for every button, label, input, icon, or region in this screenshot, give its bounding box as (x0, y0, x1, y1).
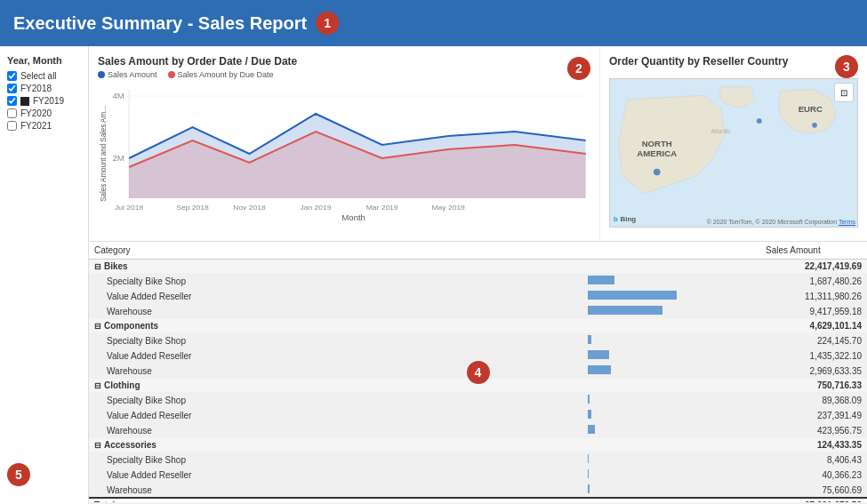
map-visual: ⊡ NORTH AMERICA EURC (609, 78, 858, 228)
sub-name: Warehouse (89, 304, 582, 319)
filter-fy2021[interactable]: FY2021 (7, 121, 81, 131)
table-row-sub: Specialty Bike Shop 8,406.43 (89, 452, 867, 468)
sub-amount: 423,956.75 (760, 423, 867, 438)
table-row-sub: Warehouse 423,956.75 (89, 423, 867, 438)
svg-text:2M: 2M (113, 154, 124, 163)
category-amount: 22,417,419.69 (760, 260, 867, 274)
col-category: Category (89, 242, 582, 260)
category-amount: 750,716.33 (760, 379, 867, 393)
table-row-sub: Specialty Bike Shop 89,368.09 (89, 393, 867, 408)
data-table: Category Sales Amount ⊟Bikes 22,417,419.… (89, 242, 867, 502)
table-row-sub: Warehouse 75,660.69 (89, 483, 867, 499)
map-container: Order Quantity by Reseller Country 3 ⊡ (600, 46, 867, 241)
sub-amount: 237,391.49 (760, 408, 867, 423)
table-row-sub: Specialty Bike Shop 1,687,480.26 (89, 274, 867, 289)
fy2020-checkbox[interactable] (7, 108, 17, 118)
table-row-category: ⊟Accessories 124,433.35 (89, 438, 867, 452)
svg-text:Jul 2018: Jul 2018 (115, 204, 144, 212)
table-row-category: ⊟Clothing 750,716.33 (89, 379, 867, 393)
top-charts: Sales Amount by Order Date / Due Date Sa… (89, 46, 867, 242)
sub-bar (582, 289, 760, 304)
table-row-sub: Value Added Reseller 40,366.23 (89, 468, 867, 483)
table-row-category: ⊟Bikes 22,417,419.69 (89, 260, 867, 274)
map-badge: 3 (835, 55, 858, 78)
svg-text:Month: Month (341, 213, 365, 220)
sub-name: Value Added Reseller (89, 468, 582, 483)
fy2019-label: FY2019 (33, 96, 64, 106)
chart-svg-area: 4M 2M (98, 83, 590, 220)
sub-name: Value Added Reseller (89, 408, 582, 423)
sub-amount: 9,417,959.18 (760, 304, 867, 319)
category-name: ⊟Clothing (89, 379, 582, 393)
sub-bar (582, 364, 760, 379)
sub-name: Warehouse (89, 423, 582, 438)
chart-legend: Sales Amount Sales Amount by Due Date (98, 70, 297, 79)
filter-select-all[interactable]: Select all (7, 71, 81, 81)
table-row-category: ⊟Components 4,629,101.14 (89, 319, 867, 333)
svg-text:Jan 2019: Jan 2019 (301, 204, 332, 212)
filter-fy2020[interactable]: FY2020 (7, 108, 81, 118)
filter-fy2019[interactable]: FY2019 (7, 96, 81, 106)
map-copyright: © 2020 TomTom, © 2020 Microsoft Corporat… (707, 219, 855, 225)
sub-amount: 40,366.23 (760, 468, 867, 483)
sub-name: Specialty Bike Shop (89, 393, 582, 408)
fy2019-checkbox[interactable] (7, 96, 17, 106)
select-all-checkbox[interactable] (7, 71, 17, 81)
sub-amount: 75,660.69 (760, 483, 867, 499)
category-amount: 4,629,101.14 (760, 319, 867, 333)
table-row-sub: Value Added Reseller 1,435,322.10 (89, 348, 867, 364)
category-bar (582, 379, 760, 393)
total-bar (582, 498, 760, 502)
fy2018-label: FY2018 (20, 84, 52, 93)
svg-text:Atlantic: Atlantic (711, 128, 732, 134)
bing-watermark: b Bing (614, 214, 636, 223)
sub-amount: 89,368.09 (760, 393, 867, 408)
sub-amount: 224,145.70 (760, 333, 867, 348)
category-bar (582, 260, 760, 274)
col-amount: Sales Amount (760, 242, 867, 260)
fy2018-checkbox[interactable] (7, 84, 17, 93)
category-name: ⊟Accessories (89, 438, 582, 452)
line-chart-svg: 4M 2M (98, 83, 590, 220)
fy2020-label: FY2020 (20, 108, 52, 118)
chart-badge: 2 (567, 57, 590, 80)
sub-bar (582, 468, 760, 483)
svg-text:AMERICA: AMERICA (637, 148, 677, 158)
filter-fy2018[interactable]: FY2018 (7, 84, 81, 93)
sub-amount: 2,969,633.35 (760, 364, 867, 379)
main-content: Year, Month Select all FY2018 FY2019 FY2… (0, 46, 867, 504)
sub-name: Value Added Reseller (89, 289, 582, 304)
category-bar (582, 438, 760, 452)
sub-amount: 11,311,980.26 (760, 289, 867, 304)
header-badge: 1 (316, 12, 339, 35)
table-row-sub: Value Added Reseller 11,311,980.26 (89, 289, 867, 304)
sub-bar (582, 423, 760, 438)
table-row-sub: Value Added Reseller 237,391.49 (89, 408, 867, 423)
legend-dot-due (168, 71, 175, 78)
fy2021-checkbox[interactable] (7, 121, 17, 131)
table-row-total: Total 27,921,670.52 (89, 498, 867, 502)
select-all-label: Select all (20, 71, 57, 81)
legend-label-sales: Sales Amount (108, 70, 157, 79)
svg-text:4M: 4M (113, 92, 124, 100)
total-amount: 27,921,670.52 (760, 498, 867, 502)
sub-name: Specialty Bike Shop (89, 452, 582, 468)
map-zoom-button[interactable]: ⊡ (834, 83, 854, 102)
table-row-sub: Warehouse 9,417,959.18 (89, 304, 867, 319)
svg-point-25 (812, 123, 817, 128)
sub-bar (582, 483, 760, 499)
bottom-area: 4 Category Sales Amount ⊟Bikes 22,417,41… (89, 242, 867, 504)
line-chart-title: Sales Amount by Order Date / Due Date (98, 55, 297, 68)
map-title: Order Quantity by Reseller Country (609, 55, 788, 68)
category-amount: 124,433.35 (760, 438, 867, 452)
svg-text:Nov 2018: Nov 2018 (233, 204, 266, 212)
sidebar-badge: 5 (7, 463, 30, 486)
col-bar (582, 242, 760, 260)
svg-text:EURC: EURC (799, 104, 823, 114)
sub-name: Specialty Bike Shop (89, 274, 582, 289)
sub-bar (582, 304, 760, 319)
total-name: Total (89, 498, 582, 502)
legend-dot-sales (98, 71, 105, 78)
sub-bar (582, 274, 760, 289)
line-chart-container: Sales Amount by Order Date / Due Date Sa… (89, 46, 600, 241)
